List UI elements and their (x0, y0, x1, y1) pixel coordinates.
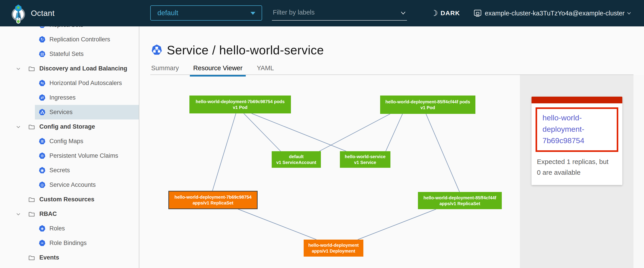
replica-sets-icon: ▣ (39, 26, 46, 28)
sidebar: ▣Replica Sets↻Replication Controllers▤St… (0, 26, 139, 268)
sidebar-item-label: Horizontal Pod Autoscalers (50, 80, 122, 86)
chevron-down-icon (16, 66, 21, 71)
card-title-highlight-box: hello-world-deployment-7b69c98754 (536, 108, 618, 152)
sidebar-item-label: Secrets (50, 167, 70, 174)
sidebar-item-label: Replication Controllers (50, 36, 110, 43)
sidebar-item-label: Replica Sets (50, 26, 84, 28)
sidebar-nav: ▣Replica Sets↻Replication Controllers▤St… (0, 26, 139, 265)
roles-icon: ◈ (39, 225, 46, 232)
label-filter (272, 6, 407, 20)
sidebar-item-role-bindings[interactable]: ∞Role Bindings (0, 236, 139, 250)
role-bindings-icon: ∞ (39, 240, 46, 246)
service-kind-icon (151, 44, 162, 56)
sidebar-item-label: Services (50, 109, 73, 116)
card-status-bar (532, 97, 622, 103)
node-detail-card: hello-world-deployment-7b69c98754 Expect… (532, 97, 622, 185)
sidebar-item-config-and-storage[interactable]: Config and Storage (0, 120, 139, 134)
sidebar-item-config-maps[interactable]: ≣Config Maps (0, 134, 139, 148)
sidebar-item-rbac[interactable]: RBAC (0, 207, 139, 221)
sidebar-section-label: Events (39, 254, 59, 261)
page-title: Service / hello-world-service (167, 43, 324, 57)
sidebar-item-services[interactable]: Services (0, 105, 139, 120)
tab-summary[interactable]: Summary (148, 63, 182, 75)
sidebar-item-label: Persistent Volume Claims (50, 152, 118, 159)
moon-icon: ☾ (431, 8, 438, 18)
octant-logo-icon (11, 3, 26, 24)
folder-icon (28, 66, 35, 72)
sidebar-item-label: Ingresses (50, 94, 76, 101)
graph-node-replicaset-7b69c98754[interactable]: hello-world-deployment-7b69c98754 apps/v… (168, 191, 258, 209)
right-gutter (634, 75, 644, 268)
card-body: hello-world-deployment-7b69c98754 Expect… (532, 103, 622, 185)
services-icon (39, 109, 46, 116)
chevron-down-icon (16, 124, 21, 130)
sidebar-item-horizontal-pod-autoscalers[interactable]: ⇆Horizontal Pod Autoscalers (0, 76, 139, 90)
card-status-message: Expected 1 replicas, but 0 are available (537, 156, 614, 178)
filter-chevron-icon[interactable] (400, 11, 406, 16)
tab-resource-viewer[interactable]: Resource Viewer (190, 63, 246, 75)
graph-node-deployment-hello-world-deployment[interactable]: hello-world-deployment apps/v1 Deploymen… (304, 240, 363, 256)
persistent-volume-claims-icon: ⊜ (39, 152, 46, 159)
sidebar-item-label: Config Maps (50, 138, 84, 145)
tab-bar: Summary Resource Viewer YAML (148, 63, 285, 75)
dark-theme-toggle[interactable]: ☾ DARK (431, 0, 460, 26)
cluster-icon (474, 10, 482, 17)
secrets-icon: ◉ (39, 167, 46, 174)
tab-yaml[interactable]: YAML (253, 63, 277, 75)
sidebar-item-roles[interactable]: ◈Roles (0, 221, 139, 236)
namespace-value: default (158, 6, 178, 20)
sidebar-section-label: Discovery and Load Balancing (39, 65, 127, 72)
page-header: Service / hello-world-service (151, 43, 324, 57)
stateful-sets-icon: ▤ (39, 50, 46, 58)
sidebar-item-label: Service Accounts (50, 182, 96, 188)
chevron-down-icon (16, 212, 21, 217)
card-title-link[interactable]: hello-world-deployment-7b69c98754 (542, 114, 584, 145)
sidebar-item-stateful-sets[interactable]: ▤Stateful Sets (0, 47, 139, 61)
service-accounts-icon: ◎ (39, 182, 46, 188)
main-content: Service / hello-world-service Summary Re… (140, 26, 644, 268)
sidebar-item-replica-sets[interactable]: ▣Replica Sets (0, 26, 139, 32)
sidebar-item-secrets[interactable]: ◉Secrets (0, 163, 139, 178)
sidebar-item-events[interactable]: Events (0, 250, 139, 265)
folder-icon (28, 211, 35, 217)
sidebar-item-label: Role Bindings (50, 240, 87, 246)
replication-controllers-icon: ↻ (39, 36, 46, 43)
sidebar-section-label: Config and Storage (39, 123, 95, 130)
sidebar-item-label: Stateful Sets (50, 50, 84, 58)
config-maps-icon: ≣ (39, 138, 46, 145)
graph-node-pod-85ff4cf44f[interactable]: hello-world-deployment-85ff4cf44f pods v… (380, 96, 476, 114)
namespace-caret-icon (250, 12, 255, 15)
ingresses-icon: ⇄ (39, 94, 46, 101)
graph-node-serviceaccount-default[interactable]: default v1 ServiceAccount (272, 151, 321, 168)
cluster-context-label: example-cluster-ka3TuTzYo4a@example-clus… (485, 10, 624, 17)
sidebar-item-persistent-volume-claims[interactable]: ⊜Persistent Volume Claims (0, 148, 139, 163)
graph-node-service-hello-world-service[interactable]: hello-world-service v1 Service (340, 151, 390, 168)
sidebar-item-label: Roles (50, 225, 65, 232)
label-filter-input[interactable] (272, 6, 407, 20)
folder-icon (28, 255, 35, 260)
graph-node-pod-7b69c98754[interactable]: hello-world-deployment-7b69c98754 pods v… (190, 96, 291, 114)
sidebar-item-discovery-and-load-balancing[interactable]: Discovery and Load Balancing (0, 61, 139, 76)
sidebar-item-replication-controllers[interactable]: ↻Replication Controllers (0, 32, 139, 47)
sidebar-section-label: Custom Resources (39, 196, 94, 203)
sidebar-item-service-accounts[interactable]: ◎Service Accounts (0, 178, 139, 192)
cluster-context-switcher[interactable]: example-cluster-ka3TuTzYo4a@example-clus… (474, 0, 631, 26)
horizontal-pod-autoscalers-icon: ⇆ (39, 80, 46, 86)
dark-theme-label: DARK (440, 10, 460, 17)
context-chevron-icon (627, 12, 631, 15)
app-title: Octant (31, 0, 54, 26)
namespace-select[interactable]: default (150, 5, 262, 20)
graph-node-replicaset-85ff4cf44f[interactable]: hello-world-deployment-85ff4cf44f apps/v… (418, 192, 502, 209)
sidebar-section-label: RBAC (39, 210, 57, 218)
folder-icon (28, 124, 35, 130)
app-header: Octant default ☾ DARK example-cluster-ka… (0, 0, 644, 26)
sidebar-item-ingresses[interactable]: ⇄Ingresses (0, 90, 139, 105)
sidebar-item-custom-resources[interactable]: Custom Resources (0, 192, 139, 207)
folder-icon (28, 197, 35, 202)
